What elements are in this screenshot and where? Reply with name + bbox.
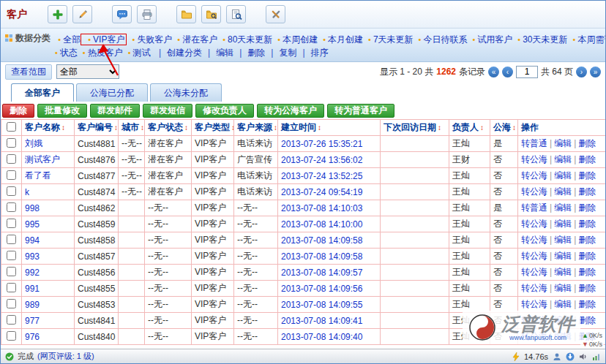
row-checkbox[interactable] (7, 170, 16, 180)
category-action-link[interactable]: 编辑 (202, 48, 233, 58)
column-header[interactable]: 建立时间 (278, 120, 381, 136)
column-header[interactable]: 客户状态 (145, 120, 192, 136)
sort-icon[interactable] (479, 122, 484, 132)
transfer-link[interactable]: 转公海 (521, 186, 547, 197)
column-header[interactable]: 公海 (490, 120, 518, 136)
sort-icon[interactable] (316, 122, 321, 132)
category-link[interactable]: 7天未更新 (363, 34, 414, 45)
message-button[interactable] (112, 5, 132, 23)
transfer-link[interactable]: 转普通 (521, 138, 547, 148)
transfer-link[interactable]: 转公海 (521, 154, 547, 164)
edit-link[interactable]: 编辑 (554, 154, 572, 164)
column-header[interactable]: 负责人 (449, 120, 490, 136)
print-button[interactable] (137, 5, 157, 23)
category-link[interactable]: 试用客户 (467, 34, 512, 45)
category-link[interactable]: VIP客户 (81, 34, 127, 45)
customer-name-link[interactable]: 992 (25, 268, 40, 278)
category-link[interactable]: 全部 (53, 34, 81, 45)
row-checkbox[interactable] (7, 138, 16, 148)
delete-link[interactable]: 删除 (578, 267, 596, 277)
row-checkbox[interactable] (7, 283, 16, 292)
edit-link[interactable]: 编辑 (554, 219, 572, 229)
customer-name-link[interactable]: 995 (25, 219, 40, 230)
row-checkbox[interactable] (7, 315, 16, 325)
transfer-link[interactable]: 转公海 (521, 283, 547, 293)
delete-link[interactable]: 删除 (578, 251, 596, 261)
edit-link[interactable]: 编辑 (554, 283, 572, 293)
edit-button[interactable] (72, 5, 92, 23)
customer-name-link[interactable]: 976 (25, 332, 40, 342)
speaker-icon[interactable] (579, 352, 588, 361)
transfer-link[interactable]: 转公海 (521, 299, 547, 309)
category-action-link[interactable]: 创建分类 (153, 48, 202, 58)
row-checkbox[interactable] (7, 186, 16, 196)
category-link[interactable]: 本周需访问 (568, 34, 605, 45)
transfer-link[interactable]: 转公海 (521, 219, 547, 229)
tools-button[interactable] (266, 5, 285, 23)
tab[interactable]: 全部客户 (11, 83, 74, 102)
delete-link[interactable]: 删除 (578, 202, 596, 213)
transfer-link[interactable]: 转公海 (521, 170, 547, 181)
delete-link[interactable]: 删除 (578, 299, 596, 309)
edit-link[interactable]: 编辑 (554, 170, 572, 181)
transfer-link[interactable]: 转普通 (521, 202, 547, 213)
customer-name-link[interactable]: 测试客户 (25, 154, 60, 164)
action-button[interactable]: 群发短信 (143, 104, 192, 118)
prev-page-button[interactable]: ‹ (502, 67, 513, 77)
category-link[interactable]: 80天未更新 (217, 34, 272, 45)
delete-link[interactable]: 删除 (578, 235, 596, 245)
category-link[interactable]: 本周创建 (272, 34, 318, 45)
customer-name-link[interactable]: 989 (25, 300, 40, 310)
customer-name-link[interactable]: 刘娥 (25, 138, 42, 148)
user-icon[interactable] (553, 352, 561, 361)
column-header[interactable]: 城市 (119, 120, 145, 136)
column-header[interactable]: 客户类型 (192, 120, 234, 136)
row-checkbox[interactable] (7, 202, 16, 212)
network-icon[interactable] (592, 352, 601, 361)
sort-icon[interactable] (60, 122, 65, 132)
folder-button[interactable] (176, 5, 196, 23)
select-all-checkbox[interactable] (7, 122, 16, 132)
customer-name-link[interactable]: 993 (25, 251, 40, 262)
category-link[interactable]: 热度客户 (78, 48, 123, 58)
sort-icon[interactable] (139, 122, 144, 132)
delete-link[interactable]: 删除 (578, 154, 596, 164)
row-checkbox[interactable] (7, 154, 16, 164)
row-checkbox[interactable] (7, 235, 16, 244)
download-icon[interactable] (566, 352, 575, 361)
edit-link[interactable]: 编辑 (554, 202, 572, 213)
action-button[interactable]: 修改负责人 (195, 104, 254, 118)
view-range-select[interactable]: 全部 (56, 64, 119, 79)
delete-link[interactable]: 删除 (578, 283, 596, 293)
customer-name-link[interactable]: 991 (25, 284, 40, 294)
delete-link[interactable]: 删除 (578, 315, 596, 325)
first-page-button[interactable]: « (488, 67, 499, 77)
row-checkbox[interactable] (7, 251, 16, 260)
category-link[interactable]: 本月创建 (318, 34, 363, 45)
category-link[interactable]: 潜在客户 (172, 34, 217, 45)
sort-icon[interactable] (113, 122, 118, 132)
category-action-link[interactable]: 删除 (233, 48, 265, 58)
edit-link[interactable]: 编辑 (554, 251, 572, 261)
action-button[interactable]: 群发邮件 (90, 104, 140, 118)
action-button[interactable]: 批量修改 (37, 104, 87, 118)
action-button[interactable]: 转为公海客户 (257, 104, 324, 118)
delete-link[interactable]: 删除 (578, 170, 596, 181)
column-header[interactable]: 客户来源 (234, 120, 278, 136)
search-doc-button[interactable] (226, 5, 246, 23)
row-checkbox[interactable] (7, 267, 16, 276)
column-header[interactable]: 下次回访日期 (381, 120, 449, 136)
row-checkbox[interactable] (7, 219, 16, 228)
transfer-link[interactable]: 转公海 (521, 267, 547, 277)
action-button[interactable]: 删除 (2, 104, 34, 118)
customer-name-link[interactable]: k (25, 187, 29, 197)
action-button[interactable]: 转为普通客户 (327, 104, 394, 118)
page-input[interactable] (516, 66, 538, 78)
delete-link[interactable]: 删除 (578, 138, 596, 148)
transfer-link[interactable]: 转公海 (521, 235, 547, 245)
next-page-button[interactable]: › (576, 67, 587, 77)
category-action-link[interactable]: 排序 (296, 48, 328, 58)
tab[interactable]: 公海已分配 (76, 83, 148, 102)
add-button[interactable] (48, 5, 67, 23)
last-page-button[interactable]: » (590, 67, 601, 77)
